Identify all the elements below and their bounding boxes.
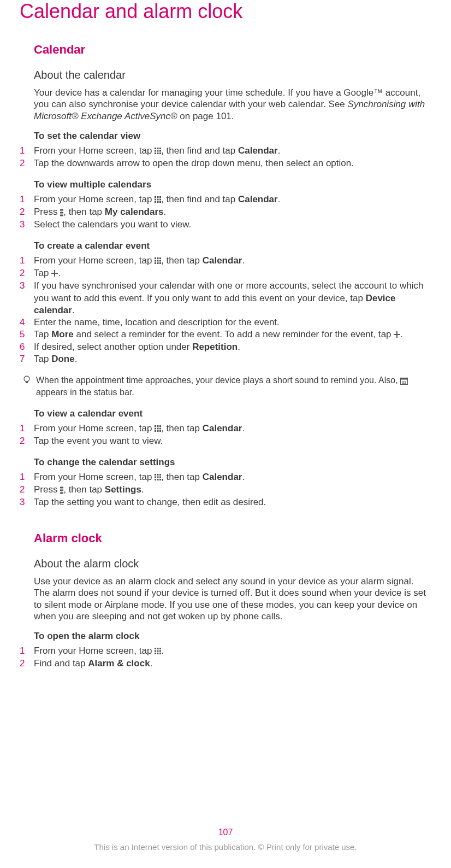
- plus-icon: [394, 329, 400, 341]
- calendar-heading: Calendar: [34, 43, 431, 57]
- bold-text: More: [51, 329, 74, 339]
- text: If desired, select another option under: [34, 342, 192, 352]
- text: Press: [34, 484, 60, 495]
- step-number: 7: [20, 353, 34, 365]
- text: .: [238, 342, 240, 352]
- text: From your Home screen, tap: [34, 646, 155, 656]
- view-multiple-calendars-heading: To view multiple calendars: [34, 179, 431, 190]
- step-number: 3: [20, 219, 34, 231]
- view-calendar-event-steps: 1From your Home screen, tap , then tap C…: [34, 423, 431, 447]
- step-number: 2: [20, 267, 34, 280]
- step-number: 5: [20, 329, 34, 341]
- text: If you have synchronised your calendar w…: [34, 280, 423, 303]
- apps-grid-icon: [155, 472, 161, 484]
- step-number: 1: [20, 193, 34, 206]
- about-alarm-clock-heading: About the alarm clock: [34, 558, 431, 570]
- text: Find and tap: [34, 658, 88, 668]
- create-calendar-event-steps: 1From your Home screen, tap , then tap C…: [34, 255, 431, 365]
- text: , then tap: [161, 472, 203, 482]
- list-item: 1From your Home screen, tap , then find …: [34, 145, 431, 157]
- list-item: 3Select the calendars you want to view.: [34, 219, 431, 231]
- plus-icon: [51, 268, 58, 280]
- text: From your Home screen, tap: [34, 145, 155, 156]
- bold-text: Calendar: [203, 423, 242, 433]
- open-alarm-clock-heading: To open the alarm clock: [34, 631, 431, 642]
- text: .: [242, 472, 245, 482]
- step-number: 3: [20, 496, 34, 508]
- text: , then find and tap: [161, 194, 238, 204]
- text: , then tap: [63, 484, 105, 495]
- set-calendar-view-heading: To set the calendar view: [34, 131, 431, 142]
- text: .: [400, 329, 403, 339]
- list-item: 6If desired, select another option under…: [34, 341, 431, 353]
- text: From your Home screen, tap: [34, 472, 155, 482]
- step-number: 1: [20, 145, 34, 157]
- list-item: 2Find and tap Alarm & clock.: [34, 658, 431, 670]
- text: Enter the name, time, location and descr…: [34, 316, 431, 329]
- text: .: [150, 658, 153, 668]
- apps-grid-icon: [155, 255, 161, 267]
- step-number: 2: [20, 157, 34, 169]
- bold-text: Settings: [105, 484, 141, 495]
- about-calendar-body: Your device has a calendar for managing …: [34, 87, 431, 122]
- text: From your Home screen, tap: [34, 423, 155, 433]
- text: .: [164, 207, 167, 217]
- view-multiple-calendars-steps: 1From your Home screen, tap , then find …: [34, 193, 431, 231]
- text: When the appointment time approaches, yo…: [36, 376, 400, 385]
- list-item: 1From your Home screen, tap , then tap C…: [34, 423, 431, 435]
- change-calendar-settings-heading: To change the calendar settings: [34, 457, 431, 468]
- view-calendar-event-heading: To view a calendar event: [34, 408, 431, 419]
- text: .: [161, 646, 164, 656]
- text: Tap the event you want to view.: [34, 435, 431, 447]
- alarm-clock-heading: Alarm clock: [34, 531, 431, 546]
- text: .: [278, 145, 281, 156]
- about-calendar-heading: About the calendar: [34, 69, 431, 81]
- list-item: 3Tap the setting you want to change, the…: [34, 496, 431, 508]
- page-title: Calendar and alarm clock: [20, 0, 431, 23]
- text: , then find and tap: [161, 145, 238, 156]
- text: From your Home screen, tap: [34, 194, 155, 204]
- bold-text: My calendars: [105, 207, 164, 217]
- list-item: 2Tap the downwards arrow to open the dro…: [34, 157, 431, 169]
- list-item: 3If you have synchronised your calendar …: [34, 280, 431, 316]
- step-number: 1: [20, 471, 34, 484]
- text: Tap the setting you want to change, then…: [34, 496, 431, 508]
- text: Select the calendars you want to view.: [34, 219, 431, 231]
- list-item: 2Press , then tap My calendars.: [34, 206, 431, 219]
- text: .: [242, 255, 245, 266]
- step-number: 2: [20, 658, 34, 670]
- text: Tap the downwards arrow to open the drop…: [34, 157, 431, 169]
- text: From your Home screen, tap: [34, 255, 155, 266]
- bold-text: Repetition: [192, 342, 238, 352]
- page-number: 107: [0, 828, 451, 837]
- text: Press: [34, 207, 60, 217]
- text: , then tap: [63, 207, 105, 217]
- list-item: 1From your Home screen, tap , then tap C…: [34, 255, 431, 267]
- tip-note: When the appointment time approaches, yo…: [34, 375, 431, 398]
- lightbulb-icon: [23, 375, 36, 398]
- change-calendar-settings-steps: 1From your Home screen, tap , then tap C…: [34, 471, 431, 508]
- list-item: 4Enter the name, time, location and desc…: [34, 316, 431, 329]
- text: .: [75, 354, 78, 364]
- set-calendar-view-steps: 1From your Home screen, tap , then find …: [34, 145, 431, 169]
- step-number: 3: [20, 280, 34, 316]
- step-number: 1: [20, 423, 34, 435]
- list-item: 2Tap .: [34, 267, 431, 280]
- bold-text: Calendar: [238, 194, 278, 204]
- apps-grid-icon: [155, 423, 161, 435]
- text: Tap: [34, 268, 51, 278]
- list-item: 5Tap More and select a reminder for the …: [34, 329, 431, 341]
- step-number: 2: [20, 206, 34, 219]
- open-alarm-clock-steps: 1From your Home screen, tap . 2Find and …: [34, 645, 431, 670]
- apps-grid-icon: [155, 646, 161, 658]
- text: , then tap: [161, 255, 203, 266]
- list-item: 1From your Home screen, tap .: [34, 645, 431, 658]
- list-item: 1From your Home screen, tap , then tap C…: [34, 471, 431, 484]
- text: .: [58, 268, 61, 278]
- step-number: 1: [20, 645, 34, 658]
- footer-text: This is an Internet version of this publ…: [0, 842, 451, 852]
- list-item: 2Tap the event you want to view.: [34, 435, 431, 447]
- step-number: 1: [20, 255, 34, 267]
- bold-text: Calendar: [238, 145, 278, 156]
- bold-text: Calendar: [203, 255, 242, 266]
